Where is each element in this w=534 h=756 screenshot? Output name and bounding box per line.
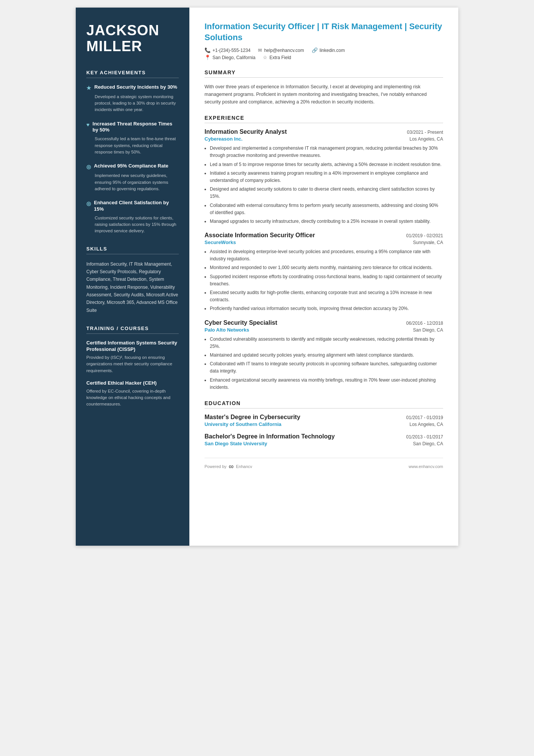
resume-container: JACKSON MILLER KEY ACHIEVEMENTS ★ Reduce… [76, 8, 458, 546]
star-icon: ☆ [263, 55, 267, 60]
bullet-item: Enhanced organizational security awarene… [210, 377, 443, 391]
job-header: Information Security Analyst 03/2021 - P… [205, 128, 443, 135]
edu-header: Bachelor's Degree in Information Technol… [205, 433, 443, 440]
edu-dates: 01/2013 - 01/2017 [406, 434, 443, 440]
job-item: Information Security Analyst 03/2021 - P… [205, 128, 443, 225]
achievement-desc: Implemented new security guidelines, ens… [86, 172, 179, 192]
achievement-item: ◎ Enhanced Client Satisfaction by 15% Cu… [86, 200, 179, 235]
bullet-item: Managed upgrades to security infrastruct… [210, 218, 443, 225]
achievement-item: ★ Reduced Security Incidents by 30% Deve… [86, 84, 179, 113]
summary-section: SUMMARY With over three years of experie… [205, 69, 443, 106]
training-list: Certified Information Systems Security P… [86, 340, 179, 407]
job-dates: 06/2016 - 12/2018 [406, 321, 443, 326]
institution-name: University of Southern California [205, 421, 281, 427]
footer-website: www.enhancv.com [409, 464, 443, 469]
edu-location: Los Angeles, CA [409, 422, 443, 427]
bullet-item: Collaborated with external consultancy f… [210, 202, 443, 216]
edu-dates: 01/2017 - 01/2019 [406, 415, 443, 420]
achievements-section-title: KEY ACHIEVEMENTS [86, 70, 179, 78]
experience-section: EXPERIENCE Information Security Analyst … [205, 115, 443, 391]
enhancv-brand-name: Enhancv [236, 464, 252, 469]
achievement-title: ◎ Achieved 95% Compliance Rate [86, 163, 179, 170]
edu-institution-row: San Diego State University San Diego, CA [205, 441, 443, 446]
job-company-row: Palo Alto Networks San Diego, CA [205, 327, 443, 333]
bullet-item: Conducted vulnerability assessments to i… [210, 336, 443, 350]
degree-title: Bachelor's Degree in Information Technol… [205, 433, 335, 440]
enhancv-logo-icon: ∞ [229, 463, 234, 471]
job-location: Sunnyvale, CA [413, 240, 443, 245]
institution-name: San Diego State University [205, 441, 267, 446]
achievement-title: ◎ Enhanced Client Satisfaction by 15% [86, 200, 179, 213]
job-bullets: Developed and implemented a comprehensiv… [205, 145, 443, 225]
achievement-desc: Successfully led a team to fine-tune thr… [86, 136, 179, 155]
resume-footer: Powered by ∞ Enhancv www.enhancv.com [205, 458, 443, 471]
sidebar: JACKSON MILLER KEY ACHIEVEMENTS ★ Reduce… [76, 8, 189, 546]
achievement-title: ★ Reduced Security Incidents by 30% [86, 84, 179, 91]
phone-icon: 📞 [205, 47, 211, 53]
heart-icon: ♥ [86, 121, 89, 128]
edu-header: Master's Degree in Cybersecurity 01/2017… [205, 414, 443, 421]
edu-location: San Diego, CA [413, 441, 443, 446]
job-company: Cybereason Inc. [205, 136, 242, 142]
training-section-title: TRAINING / COURSES [86, 326, 179, 334]
contact-phone: 📞 +1-(234)-555-1234 [205, 47, 250, 53]
job-dates: 01/2019 - 02/2021 [406, 233, 443, 238]
bullet-item: Assisted in developing enterprise-level … [210, 248, 443, 263]
achievement-desc: Developed a strategic system monitoring … [86, 94, 179, 113]
contact-row: 📞 +1-(234)-555-1234 ✉ help@enhancv.com 🔗… [205, 47, 443, 53]
education-item: Master's Degree in Cybersecurity 01/2017… [205, 414, 443, 427]
bullet-item: Designed and adapted security solutions … [210, 186, 443, 200]
powered-by-text: Powered by [205, 464, 226, 469]
job-company-row: SecureWorks Sunnyvale, CA [205, 239, 443, 245]
bullet-item: Led a team of 5 to improve response time… [210, 161, 443, 168]
circle-icon: ◎ [86, 163, 91, 170]
experience-title: EXPERIENCE [205, 115, 443, 123]
education-item: Bachelor's Degree in Information Technol… [205, 433, 443, 446]
achievement-desc: Customized security solutions for client… [86, 215, 179, 235]
contact-row-2: 📍 San Diego, California ☆ Extra Field [205, 55, 443, 60]
edu-institution-row: University of Southern California Los An… [205, 421, 443, 427]
training-item: Certified Ethical Hacker (CEH) Offered b… [86, 380, 179, 408]
achievement-item: ◎ Achieved 95% Compliance Rate Implement… [86, 163, 179, 192]
job-title: Information Security Analyst [205, 128, 287, 135]
bullet-item: Maintained and updated security policies… [210, 352, 443, 359]
contact-extra: ☆ Extra Field [263, 55, 291, 60]
summary-text: With over three years of experience in I… [205, 83, 443, 106]
training-title: Certified Ethical Hacker (CEH) [86, 380, 179, 387]
summary-title: SUMMARY [205, 69, 443, 78]
job-header: Associate Information Security Officer 0… [205, 232, 443, 239]
contact-linkedin: 🔗 linkedin.com [312, 47, 345, 53]
skills-text: Information Security, IT Risk Management… [86, 260, 179, 315]
achievements-list: ★ Reduced Security Incidents by 30% Deve… [86, 84, 179, 235]
bullet-item: Collaborated with IT teams to integrate … [210, 360, 443, 375]
degree-title: Master's Degree in Cybersecurity [205, 414, 300, 421]
job-header: Cyber Security Specialist 06/2016 - 12/2… [205, 319, 443, 326]
resume-header: Information Security Officer | IT Risk M… [205, 21, 443, 60]
training-desc: Offered by EC-Council, covering in-depth… [86, 388, 179, 408]
job-title: Cyber Security Specialist [205, 319, 277, 326]
bullet-item: Initiated a security awareness training … [210, 170, 443, 184]
email-icon: ✉ [258, 47, 262, 53]
bullet-item: Executed security audits for high-profil… [210, 289, 443, 304]
education-section: EDUCATION Master's Degree in Cybersecuri… [205, 400, 443, 446]
job-location: San Diego, CA [413, 327, 443, 333]
job-bullets: Assisted in developing enterprise-level … [205, 248, 443, 313]
contact-location: 📍 San Diego, California [205, 55, 255, 60]
linkedin-icon: 🔗 [312, 47, 318, 53]
training-title: Certified Information Systems Security P… [86, 340, 179, 353]
circle-icon: ◎ [86, 200, 91, 207]
location-icon: 📍 [205, 55, 211, 60]
job-company: SecureWorks [205, 239, 236, 245]
main-content: Information Security Officer | IT Risk M… [189, 8, 458, 546]
achievement-title: ♥ Increased Threat Response Times by 50% [86, 121, 179, 134]
skills-section-title: SKILLS [86, 246, 179, 254]
job-location: Los Angeles, CA [409, 136, 443, 142]
star-icon: ★ [86, 85, 91, 91]
job-title: Associate Information Security Officer [205, 232, 315, 239]
candidate-name: JACKSON MILLER [86, 23, 179, 55]
job-dates: 03/2021 - Present [407, 130, 443, 135]
contact-email: ✉ help@enhancv.com [258, 47, 304, 53]
training-desc: Provided by (ISC)², focusing on ensuring… [86, 354, 179, 374]
bullet-item: Proficiently handled various information… [210, 305, 443, 312]
education-title: EDUCATION [205, 400, 443, 409]
